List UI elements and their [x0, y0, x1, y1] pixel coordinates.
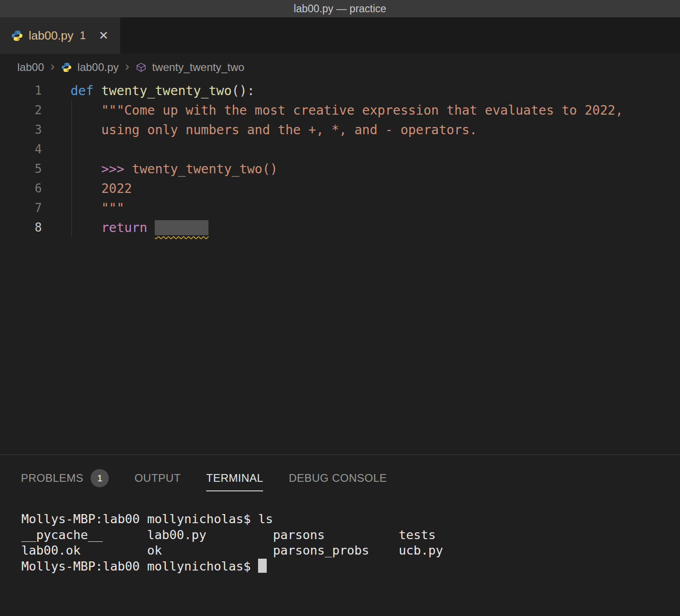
line-number: 2: [0, 101, 42, 120]
code-line[interactable]: 6 2022: [0, 179, 680, 198]
code-token: >>>: [101, 162, 132, 177]
line-number: 4: [0, 140, 42, 159]
line-number: 3: [0, 120, 42, 140]
code-token: 2022: [101, 181, 132, 196]
panel-tab-label: PROBLEMS: [21, 472, 83, 485]
code-line[interactable]: 8 return: [0, 218, 680, 237]
code-token: ():: [232, 83, 255, 98]
panel-tabs: PROBLEMS1OUTPUTTERMINALDEBUG CONSOLE: [0, 455, 680, 491]
problems-count-badge: 1: [91, 469, 109, 487]
code-token: [71, 162, 101, 177]
code-token: [71, 103, 101, 118]
panel-tab-debug-console[interactable]: DEBUG CONSOLE: [289, 466, 387, 491]
breadcrumb-file[interactable]: lab00.py: [77, 61, 119, 74]
chevron-right-icon: ›: [51, 59, 55, 76]
close-icon[interactable]: ✕: [99, 29, 109, 43]
code-token: def: [71, 83, 101, 98]
editor-tab-bar: lab00.py 1 ✕: [0, 17, 680, 54]
line-number: 6: [0, 179, 42, 198]
code-token: [71, 201, 101, 216]
line-number: 8: [0, 218, 42, 237]
tab-file-name: lab00.py: [29, 29, 73, 43]
tab-lab00-py[interactable]: lab00.py 1 ✕: [0, 17, 120, 54]
code-text: """Come up with the most creative expres…: [71, 101, 623, 120]
line-number: 7: [0, 198, 42, 218]
terminal-output[interactable]: Mollys-MBP:lab00 mollynicholas$ ls__pyca…: [0, 511, 680, 574]
code-text: def twenty_twenty_two():: [71, 81, 255, 101]
code-token: """Come up with the most creative expres…: [101, 103, 623, 118]
code-token: using only numbers and the +, *, and - o…: [101, 122, 477, 137]
terminal-cursor: [258, 559, 267, 573]
code-token: [71, 220, 101, 235]
code-line[interactable]: 7 """: [0, 198, 680, 218]
panel-tab-output[interactable]: OUTPUT: [134, 466, 181, 491]
code-token: [155, 220, 208, 235]
code-line[interactable]: 2 """Come up with the most creative expr…: [0, 101, 680, 120]
python-icon: [11, 30, 23, 42]
breadcrumb-folder[interactable]: lab00: [17, 61, 44, 74]
line-number: 1: [0, 81, 42, 101]
panel-tab-label: DEBUG CONSOLE: [289, 472, 387, 485]
python-icon: [61, 62, 72, 73]
code-token: """: [101, 201, 124, 216]
chevron-right-icon: ›: [125, 59, 129, 76]
terminal-line: __pycache__ lab00.py parsons tests: [21, 527, 680, 543]
symbol-namespace-icon: [136, 62, 147, 73]
code-token: twenty_twenty_two(): [132, 162, 278, 177]
code-line[interactable]: 4: [0, 140, 680, 159]
window-title: lab00.py — practice: [294, 3, 386, 15]
indent-guide: [71, 101, 72, 237]
code-lines: 1def twenty_twenty_two():2 """Come up wi…: [0, 81, 680, 237]
tab-problem-count: 1: [80, 29, 86, 42]
code-token: [71, 122, 101, 137]
line-number: 5: [0, 159, 42, 179]
panel-tab-problems[interactable]: PROBLEMS1: [21, 466, 109, 491]
panel-tab-label: TERMINAL: [206, 472, 263, 485]
code-text: 2022: [71, 179, 132, 198]
code-line[interactable]: 3 using only numbers and the +, *, and -…: [0, 120, 680, 140]
terminal-line: Mollys-MBP:lab00 mollynicholas$ ls: [21, 511, 680, 527]
terminal-line: Mollys-MBP:lab00 mollynicholas$: [21, 559, 680, 575]
panel-tab-label: OUTPUT: [134, 472, 181, 485]
code-text: """: [71, 198, 124, 218]
breadcrumb-symbol[interactable]: twenty_twenty_two: [152, 61, 244, 74]
code-text: >>> twenty_twenty_two(): [71, 159, 278, 179]
terminal-line: lab00.ok ok parsons_probs ucb.py: [21, 543, 680, 559]
vscode-window: lab00.py — practice lab00.py 1 ✕ lab00 ›…: [0, 0, 680, 616]
panel-tab-terminal[interactable]: TERMINAL: [206, 466, 263, 491]
code-token: return: [101, 220, 155, 235]
code-token: twenty_twenty_two: [101, 83, 232, 98]
code-editor[interactable]: 1def twenty_twenty_two():2 """Come up wi…: [0, 81, 680, 454]
bottom-panel: PROBLEMS1OUTPUTTERMINALDEBUG CONSOLE Mol…: [0, 454, 680, 616]
code-line[interactable]: 1def twenty_twenty_two():: [0, 81, 680, 101]
code-text: return: [71, 218, 208, 237]
breadcrumb: lab00 › lab00.py › twenty_twenty_two: [0, 54, 680, 81]
code-line[interactable]: 5 >>> twenty_twenty_two(): [0, 159, 680, 179]
titlebar: lab00.py — practice: [0, 0, 680, 17]
code-token: [71, 181, 101, 196]
code-text: using only numbers and the +, *, and - o…: [71, 120, 477, 140]
